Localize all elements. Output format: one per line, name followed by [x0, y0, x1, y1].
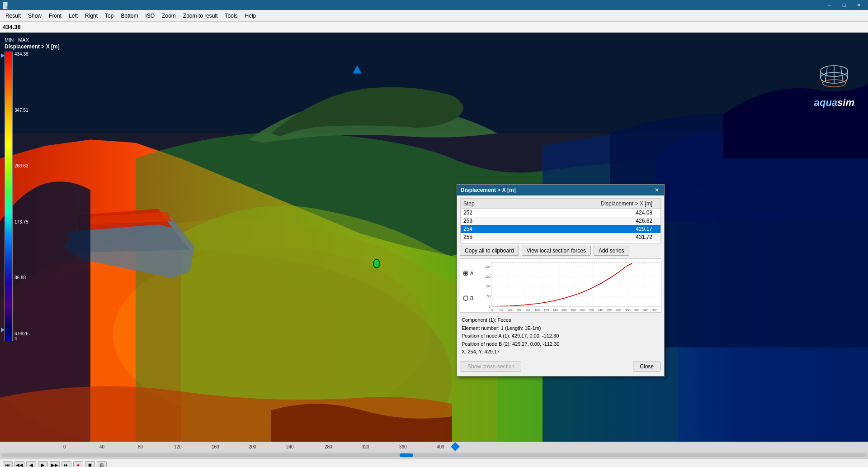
svg-text:20: 20 [499, 309, 503, 312]
playback-prev-fast-button[interactable]: ◀◀ [14, 461, 24, 467]
col-displacement: Displacement > X [m] [505, 199, 655, 209]
cell-value: 429.17 [505, 225, 655, 233]
menu-item-help[interactable]: Help [241, 11, 260, 20]
colorbar-labels: 434.38 347.51 260.63 173.75 86.88 6.992E… [14, 52, 30, 341]
radio-b-item[interactable]: B [463, 295, 473, 301]
svg-text:300: 300 [625, 309, 631, 312]
dialog-close-button-footer[interactable]: Close [633, 362, 660, 372]
tick-280: 280 [325, 444, 332, 449]
info-line1: Component (1): Feces [462, 316, 660, 324]
svg-text:120: 120 [544, 309, 549, 312]
playback-next-fast-button[interactable]: ▶▶ [50, 461, 60, 467]
svg-text:320: 320 [634, 309, 640, 312]
result-table: Step Displacement > X [m] 252424.0825342… [460, 199, 661, 243]
current-value: 434.38 [3, 24, 21, 30]
svg-text:160: 160 [562, 309, 567, 312]
svg-text:240: 240 [598, 309, 604, 312]
cb-label-2: 260.63 [14, 163, 30, 168]
table-row[interactable]: 254429.17 [461, 225, 661, 233]
playback-extra-button[interactable]: ⊞ [97, 461, 107, 467]
menu-item-bottom[interactable]: Bottom [117, 11, 142, 20]
menu-item-tools[interactable]: Tools [222, 11, 241, 20]
playback-last-button[interactable]: ⏭ [61, 461, 71, 467]
table-row[interactable]: 255431.72 [461, 233, 661, 241]
colorbar [5, 52, 13, 341]
table-row[interactable]: 253426.62 [461, 217, 661, 225]
menu-item-left[interactable]: Left [65, 11, 81, 20]
svg-text:280: 280 [616, 309, 622, 312]
tick-320: 320 [362, 444, 369, 449]
playback-first-button[interactable]: ⏮ [3, 461, 13, 467]
cb-label-1: 347.51 [14, 108, 30, 113]
cell-value: 434.28 [505, 241, 655, 243]
legend-max-label: MAX [18, 37, 29, 43]
svg-text:60: 60 [517, 309, 521, 312]
dialog-body: Step Displacement > X [m] 252424.0825342… [457, 195, 664, 376]
playback-stop-button[interactable]: ⏹ [85, 461, 95, 467]
menu-item-right[interactable]: Right [81, 11, 101, 20]
dialog-footer: Show cross-section Close [460, 360, 661, 373]
tick-80: 80 [138, 444, 143, 449]
svg-text:100: 100 [486, 285, 491, 288]
menu-item-zoom-to-result[interactable]: Zoom to result [179, 11, 222, 20]
menubar: ResultShowFrontLeftRightTopBottomISOZoom… [0, 10, 868, 22]
radio-a-item[interactable]: A [463, 271, 473, 276]
add-series-button[interactable]: Add series [594, 246, 629, 256]
cb-label-4: 86.88 [14, 275, 30, 280]
info-line3: Position of node A (1): 429.17, 0.00, -1… [462, 332, 660, 340]
playback-record-button[interactable]: ● [73, 461, 83, 467]
viewport-area: MIN MAX Displacement > X [m] 434.38 347.… [0, 33, 868, 442]
legend-minmax: MIN MAX [5, 37, 29, 43]
playback-prev-button[interactable]: ◀ [26, 461, 36, 467]
svg-text:220: 220 [589, 309, 594, 312]
menu-item-show[interactable]: Show [24, 11, 45, 20]
radio-a-button[interactable] [463, 271, 468, 276]
legend-min-label: MIN [5, 37, 14, 43]
maximize-button[interactable]: □ [837, 1, 851, 9]
svg-text:140: 140 [553, 309, 558, 312]
svg-text:100: 100 [535, 309, 540, 312]
menu-item-front[interactable]: Front [45, 11, 65, 20]
logo-aqua: aqua [814, 97, 837, 108]
logo: aquasim [814, 64, 854, 109]
copy-clipboard-button[interactable]: Copy all to clipboard [460, 246, 519, 256]
scrollbar-thumb[interactable] [400, 453, 413, 457]
tick-0: 0 [63, 444, 66, 449]
svg-text:200: 200 [580, 309, 585, 312]
info-text: Component (1): Feces Element number: 1 (… [460, 315, 661, 357]
horizontal-scrollbar[interactable] [0, 452, 868, 459]
table-body: 252424.08253426.62254429.17255431.722564… [461, 209, 661, 244]
minimize-button[interactable]: ─ [823, 1, 836, 9]
dialog-displacement: Displacement > X [m] ✕ Step Displacement… [457, 184, 665, 376]
view-local-forces-button[interactable]: View local section forces [522, 246, 591, 256]
scrollbar-track[interactable] [2, 453, 866, 457]
svg-rect-18 [492, 261, 661, 306]
menu-item-iso[interactable]: ISO [142, 11, 158, 20]
3d-viewport[interactable] [0, 33, 868, 442]
cell-step: 252 [461, 209, 505, 217]
dialog-close-button[interactable]: ✕ [653, 186, 660, 194]
color-legend: MIN MAX Displacement > X [m] 434.38 347.… [5, 37, 60, 341]
table-row[interactable]: 252424.08 [461, 209, 661, 217]
menu-item-top[interactable]: Top [101, 11, 117, 20]
bottom-axis-bar: 0 40 80 120 160 200 240 280 320 360 400 [0, 442, 868, 452]
cell-value: 431.72 [505, 233, 655, 241]
result-table-wrapper[interactable]: Step Displacement > X [m] 252424.0825342… [460, 198, 661, 243]
dialog-action-buttons: Copy all to clipboard View local section… [460, 246, 661, 256]
chart-svg: 0 50 100 150 200 0 20 40 60 80 100 120 [476, 259, 661, 312]
table-row[interactable]: 256434.28 [461, 241, 661, 243]
cb-label-3: 173.75 [14, 219, 30, 224]
radio-b-button[interactable] [463, 295, 468, 301]
menu-item-result[interactable]: Result [2, 11, 24, 20]
svg-text:200: 200 [486, 265, 491, 268]
playback-play-button[interactable]: ▶ [38, 461, 48, 467]
dialog-title-bar: Displacement > X [m] ✕ [457, 185, 664, 195]
menu-item-zoom[interactable]: Zoom [158, 11, 179, 20]
tick-200: 200 [249, 444, 256, 449]
close-button[interactable]: ✕ [852, 1, 865, 9]
svg-text:40: 40 [508, 309, 512, 312]
logo-icon [816, 64, 852, 91]
tick-120: 120 [174, 444, 182, 449]
cb-label-5: 6.992E-4 [14, 331, 30, 341]
svg-text:180: 180 [571, 309, 576, 312]
